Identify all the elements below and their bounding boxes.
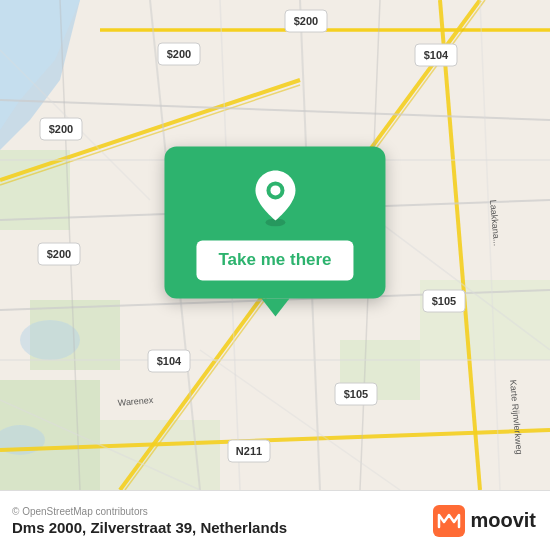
take-me-there-button[interactable]: Take me there: [196, 240, 353, 280]
svg-text:$104: $104: [157, 355, 182, 367]
popup-overlay: Take me there: [164, 146, 385, 316]
svg-text:$105: $105: [432, 295, 456, 307]
svg-text:$200: $200: [167, 48, 191, 60]
svg-text:$105: $105: [344, 388, 368, 400]
map-container: $200 $200 $200 $200 $104 $104 $105 $105 …: [0, 0, 550, 490]
popup-card: Take me there: [164, 146, 385, 298]
svg-point-9: [20, 320, 80, 360]
svg-text:$200: $200: [47, 248, 71, 260]
moovit-brand-icon: [433, 505, 465, 537]
footer-left: © OpenStreetMap contributors Dms 2000, Z…: [12, 506, 287, 536]
svg-text:$200: $200: [49, 123, 73, 135]
svg-rect-6: [100, 420, 220, 490]
moovit-text: moovit: [470, 509, 536, 532]
osm-credit: © OpenStreetMap contributors: [12, 506, 287, 517]
svg-text:$104: $104: [424, 49, 449, 61]
svg-text:$200: $200: [294, 15, 318, 27]
map-pin-icon: [251, 168, 299, 226]
svg-text:N211: N211: [236, 445, 262, 457]
svg-point-56: [270, 185, 280, 195]
location-name: Dms 2000, Zilverstraat 39, Netherlands: [12, 519, 287, 536]
popup-tail: [261, 298, 289, 316]
moovit-logo[interactable]: moovit: [433, 505, 536, 537]
footer: © OpenStreetMap contributors Dms 2000, Z…: [0, 490, 550, 550]
